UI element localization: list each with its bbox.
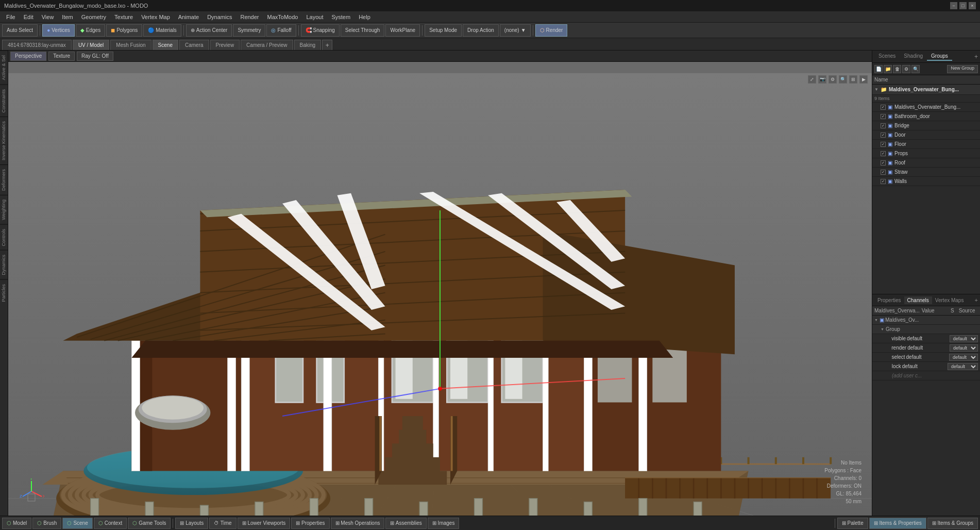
viewport-zoom-icon[interactable]: 🔍 (839, 75, 847, 84)
rpt-tab-groups[interactable]: Groups (927, 52, 952, 61)
groups-tb-filter[interactable]: 🔍 (911, 65, 920, 73)
tab-preview[interactable]: Preview (210, 40, 240, 50)
bottom-brush-button[interactable]: ⬡ Brush (32, 518, 61, 529)
group-item-0[interactable]: ✓ ▣ Maldives_Overwater_Bung... (872, 103, 980, 112)
group-item-3[interactable]: ✓ ▣ Door (872, 130, 980, 140)
menu-file[interactable]: File (2, 13, 20, 21)
bottom-time-button[interactable]: ⏱ Time (209, 518, 236, 529)
item-check-4[interactable]: ✓ (881, 142, 886, 147)
item-check-6[interactable]: ✓ (881, 160, 886, 165)
tab-camera-preview[interactable]: Camera / Preview (241, 40, 293, 50)
bottom-game-tools-button[interactable]: ⬡ Game Tools (128, 518, 171, 529)
tab-add-button[interactable]: + (322, 40, 332, 50)
bottom-assemblies-button[interactable]: ⊞ Assemblies (385, 518, 426, 529)
menu-dynamics[interactable]: Dynamics (203, 13, 236, 21)
menu-view[interactable]: View (38, 13, 58, 21)
rpb-tab-vertex-maps[interactable]: Vertex Maps (932, 296, 967, 304)
ch-dropdown-visible[interactable]: default (950, 335, 978, 342)
menu-edit[interactable]: Edit (20, 13, 38, 21)
bottom-items-properties-button[interactable]: ⊞ Items & Properties (869, 518, 926, 529)
vertices-button[interactable]: ● Vertices (42, 24, 75, 37)
left-tab-controls[interactable]: Controls (0, 224, 8, 251)
left-tab-particles[interactable]: Particles (0, 279, 8, 306)
group-item-2[interactable]: ✓ ▣ Bridge (872, 121, 980, 130)
setup-mode-button[interactable]: Setup Mode (425, 24, 462, 37)
viewport-maximize-icon[interactable]: ⤢ (808, 75, 816, 84)
item-check-8[interactable]: ✓ (881, 179, 886, 184)
channel-row-render[interactable]: render default default (872, 343, 980, 353)
viewport-tab-ray-gl[interactable]: Ray GL: Off (77, 52, 113, 61)
item-check-1[interactable]: ✓ (881, 114, 886, 119)
rpt-tab-shading[interactable]: Shading (900, 52, 927, 61)
bottom-palette-button[interactable]: ⊞ Palette (837, 518, 868, 529)
menu-layout[interactable]: Layout (302, 13, 327, 21)
tab-baking[interactable]: Baking (294, 40, 322, 50)
tab-scene[interactable]: Scene (153, 40, 178, 50)
menu-geometry[interactable]: Geometry (77, 13, 110, 21)
left-tab-active-sel[interactable]: Active & Sel (0, 51, 8, 85)
materials-button[interactable]: 🔵 Materials (143, 24, 181, 37)
viewport-grid-icon[interactable]: ⊞ (849, 75, 857, 84)
edges-button[interactable]: ◆ Edges (76, 24, 105, 37)
rpt-tab-scenes[interactable]: Scenes (874, 52, 900, 61)
menu-vertex-map[interactable]: Vertex Map (137, 13, 174, 21)
bottom-lower-viewports-button[interactable]: ⊞ Lower Viewports (238, 518, 291, 529)
bottom-items-groups-button[interactable]: ⊞ Items & Groups (927, 518, 978, 529)
workplane-button[interactable]: WorkPlane (385, 24, 420, 37)
group-item-1[interactable]: ✓ ▣ Bathroom_door (872, 112, 980, 121)
groups-tb-folder[interactable]: 📁 (884, 65, 892, 73)
ch-dropdown-render[interactable]: default (950, 344, 978, 352)
left-tab-deformers[interactable]: Deformers (0, 164, 8, 195)
bottom-context-button[interactable]: ⬡ Context (94, 518, 127, 529)
viewport-canvas[interactable]: ⤢ 📷 ⚙ 🔍 ⊞ ▶ X Y Z (8, 62, 872, 516)
viewport-settings-icon[interactable]: ⚙ (829, 75, 837, 84)
group-item-5[interactable]: ✓ ▣ Props (872, 149, 980, 158)
bottom-model-button[interactable]: ⬡ Model (2, 518, 31, 529)
tab-uv-model[interactable]: UV / Model (73, 40, 109, 50)
groups-tb-delete[interactable]: 🗑 (893, 65, 901, 73)
channel-row-lock[interactable]: lock default default (872, 362, 980, 371)
drop-action-button[interactable]: Drop Action (463, 24, 499, 37)
viewport-tab-texture[interactable]: Texture (48, 52, 75, 61)
bottom-properties-button[interactable]: ⊞ Properties (291, 518, 329, 529)
channel-row-add-user[interactable]: (add user c... (872, 371, 980, 380)
menu-help[interactable]: Help (354, 13, 375, 21)
left-tab-dynamics[interactable]: Dynamics (0, 250, 8, 279)
viewport-tab-perspective[interactable]: Perspective (10, 52, 46, 61)
symmetry-button[interactable]: Symmetry (233, 24, 265, 37)
rpb-expand[interactable]: + (975, 297, 978, 303)
menu-render[interactable]: Render (236, 13, 263, 21)
right-panel-expand[interactable]: + (974, 53, 978, 60)
group-item-8[interactable]: ✓ ▣ Walls (872, 177, 980, 186)
ch-dropdown-lock[interactable]: default (948, 363, 978, 370)
bottom-mesh-operations-button[interactable]: ⊞ Mesh Operations (331, 518, 385, 529)
menu-system[interactable]: System (327, 13, 354, 21)
bottom-layouts-button[interactable]: ⊞ Layouts (175, 518, 208, 529)
viewport-options-icon[interactable]: ▶ (859, 75, 868, 84)
group-item-4[interactable]: ✓ ▣ Floor (872, 140, 980, 149)
left-tab-constraints[interactable]: Constraints (0, 85, 8, 117)
item-check-0[interactable]: ✓ (881, 105, 886, 110)
ch-dropdown-select[interactable]: default (949, 354, 978, 361)
action-center-button[interactable]: ⊕ Action Center (186, 24, 232, 37)
item-check-5[interactable]: ✓ (881, 151, 886, 156)
item-check-3[interactable]: ✓ (881, 132, 886, 138)
none-dropdown-button[interactable]: (none) ▼ (500, 24, 531, 37)
item-check-2[interactable]: ✓ (881, 123, 886, 128)
maximize-button[interactable]: □ (959, 2, 967, 9)
menu-texture[interactable]: Texture (110, 13, 137, 21)
menu-animate[interactable]: Animate (174, 13, 203, 21)
channel-row-visible[interactable]: visible default default (872, 334, 980, 343)
menu-item[interactable]: Item (58, 13, 77, 21)
group-main-item[interactable]: ▼ 📁 Maldives_Overwater_Bung... (872, 85, 980, 95)
select-through-button[interactable]: Select Through (341, 24, 385, 37)
rpb-tab-channels[interactable]: Channels (904, 296, 932, 304)
snapping-button[interactable]: 🧲 Snapping (301, 24, 340, 37)
channel-row-select[interactable]: select default default (872, 353, 980, 362)
close-button[interactable]: × (969, 2, 976, 9)
group-item-7[interactable]: ✓ ▣ Straw (872, 168, 980, 177)
group-item-6[interactable]: ✓ ▣ Roof (872, 158, 980, 168)
groups-tb-settings[interactable]: ⚙ (902, 65, 910, 73)
viewport-camera-icon[interactable]: 📷 (818, 75, 826, 84)
bottom-images-button[interactable]: ⊞ Images (428, 518, 460, 529)
